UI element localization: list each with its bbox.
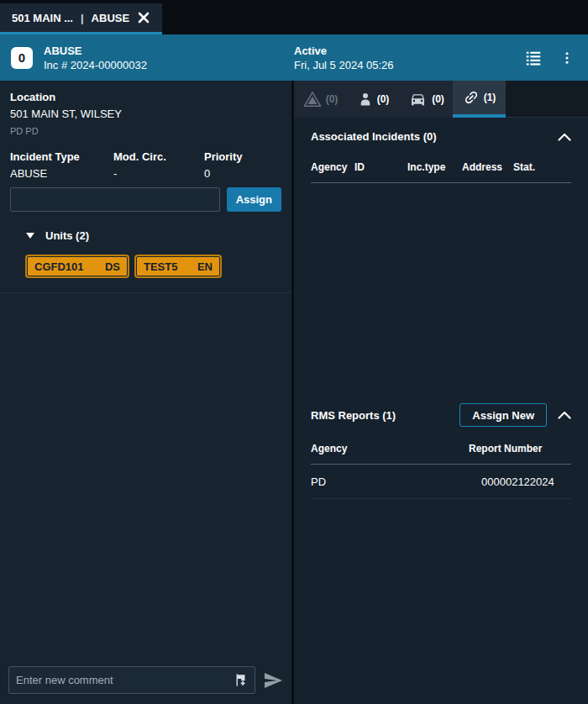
window-tab-bar: 501 MAIN ... | ABUSE <box>0 0 588 34</box>
incident-details-row: Incident Type ABUSE Mod. Circ. - Priorit… <box>0 150 291 180</box>
column-header: Address <box>462 161 513 173</box>
incident-window-tab[interactable]: 501 MAIN ... | ABUSE <box>0 3 162 34</box>
unit-chips-row: CGFD101 DS TEST5 EN <box>0 256 291 276</box>
location-agency: PD PD <box>10 126 281 136</box>
associated-incidents-header: Agency ID Inc.type Address Stat. <box>311 161 571 183</box>
mod-circ-label: Mod. Circ. <box>113 150 204 163</box>
chevron-up-icon[interactable] <box>558 411 571 419</box>
rms-report-row[interactable]: PD 000002122024 <box>311 465 571 499</box>
priority-value: 0 <box>204 167 281 180</box>
close-icon[interactable] <box>137 11 150 24</box>
tab-count: (0) <box>326 93 339 105</box>
window-tab-name: ABUSE <box>92 12 130 24</box>
column-header: Inc.type <box>407 161 462 173</box>
incident-type-label: Incident Type <box>10 150 113 163</box>
car-icon <box>408 91 428 108</box>
units-group-label: Units (2) <box>45 229 89 242</box>
rms-reports-section: RMS Reports (1) Assign New Agency Report… <box>294 395 588 499</box>
main-content: Location 501 MAIN ST, WILSEY PD PD Incid… <box>0 81 588 704</box>
tab-count: (1) <box>484 92 496 103</box>
assign-unit-input[interactable] <box>10 187 220 212</box>
window-tab-separator: | <box>81 12 84 24</box>
send-icon[interactable] <box>263 670 283 691</box>
assign-unit-row: Assign <box>0 187 291 212</box>
rms-reports-title: RMS Reports (1) <box>311 409 396 422</box>
incident-header-left: 0 ABUSE Inc # 2024-00000032 <box>0 45 294 71</box>
column-header: Agency <box>311 161 354 173</box>
tab-hazards[interactable]: (0) <box>294 81 347 118</box>
tab-vehicles[interactable]: (0) <box>400 81 453 118</box>
unit-chip[interactable]: TEST5 EN <box>136 256 220 276</box>
list-icon[interactable] <box>524 49 543 67</box>
incident-type-title: ABUSE <box>44 45 147 57</box>
incident-datetime: Fri, Jul 5 2024 05:26 <box>294 59 524 71</box>
priority-label: Priority <box>204 150 281 163</box>
tab-count: (0) <box>432 93 444 105</box>
location-address: 501 MAIN ST, WILSEY <box>10 108 281 120</box>
comment-input-box <box>8 666 255 694</box>
rms-report-agency: PD <box>311 475 469 488</box>
comment-input[interactable] <box>16 674 234 686</box>
link-icon <box>463 89 480 106</box>
association-tabstrip: (0) (0) (0) <box>294 81 588 118</box>
unit-id: CGFD101 <box>34 260 84 273</box>
kebab-menu-icon[interactable] <box>559 50 575 66</box>
caret-down-icon <box>26 233 34 239</box>
column-header: Report Number <box>469 443 571 454</box>
associated-incidents-empty <box>311 183 571 395</box>
assign-button[interactable]: Assign <box>227 187 281 212</box>
column-header: Agency <box>311 443 469 454</box>
left-panel-empty-area <box>0 293 291 659</box>
flag-plus-icon[interactable] <box>234 673 248 687</box>
column-header: Stat. <box>513 161 571 173</box>
assign-new-button[interactable]: Assign New <box>459 403 547 427</box>
incident-header: 0 ABUSE Inc # 2024-00000032 Active Fri, … <box>0 34 588 81</box>
location-block: Location 501 MAIN ST, WILSEY PD PD <box>0 81 291 136</box>
tab-persons[interactable]: (0) <box>347 81 400 118</box>
incident-type-value: ABUSE <box>10 167 113 180</box>
location-label: Location <box>10 91 281 103</box>
chevron-up-icon[interactable] <box>558 133 571 141</box>
warning-triangle-icon <box>303 91 322 108</box>
incident-header-right: Active Fri, Jul 5 2024 05:26 <box>294 45 588 71</box>
comment-bar <box>0 659 291 704</box>
unit-status: EN <box>197 260 213 273</box>
mod-circ-value: - <box>113 167 204 180</box>
person-icon <box>358 91 373 108</box>
window-tab-title: 501 MAIN ... <box>12 12 73 24</box>
incident-number: Inc # 2024-00000032 <box>44 59 147 71</box>
unit-chip[interactable]: CGFD101 DS <box>27 256 128 276</box>
units-group-header[interactable]: Units (2) <box>0 229 291 242</box>
rms-reports-header: Agency Report Number <box>311 443 571 465</box>
column-header: ID <box>354 161 407 173</box>
tab-count: (0) <box>377 93 390 105</box>
unit-status: DS <box>105 260 120 273</box>
incident-status: Active <box>294 45 524 57</box>
unit-id: TEST5 <box>144 260 177 273</box>
priority-badge: 0 <box>11 47 33 69</box>
rms-report-number: 000002122024 <box>469 475 571 488</box>
incident-detail-panel: Location 501 MAIN ST, WILSEY PD PD Incid… <box>0 81 294 704</box>
associations-panel: (0) (0) (0) <box>294 81 588 704</box>
associated-incidents-section: Associated Incidents (0) Agency ID Inc.t… <box>294 118 588 395</box>
tab-associations[interactable]: (1) <box>453 81 506 118</box>
associated-incidents-title: Associated Incidents (0) <box>311 130 437 143</box>
